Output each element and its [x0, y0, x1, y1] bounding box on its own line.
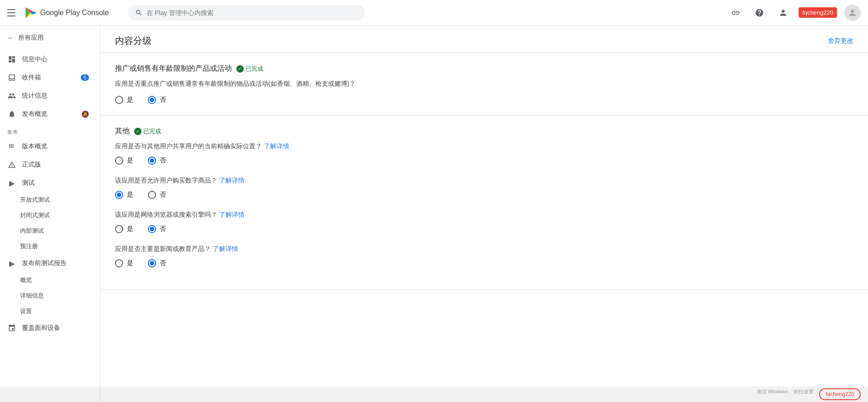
sidebar: ← 所有应用 信息中心 收件箱 5 统计信息 发布概览 [0, 26, 100, 402]
q1-radio-no[interactable]: 否 [148, 157, 166, 165]
help-icon[interactable] [751, 5, 768, 21]
question-text-2: 该应用是否允许用户购买数字商品？ 了解详情 [115, 176, 853, 185]
q2-radio-no[interactable]: 否 [148, 191, 166, 199]
sidebar-sub-item-closed-test[interactable]: 封闭式测试 [0, 208, 96, 223]
cover-icon [7, 324, 16, 333]
q3-radio-group: 是 否 [115, 225, 853, 233]
q1-radio-yes[interactable]: 是 [115, 157, 133, 165]
learn-more-link-2[interactable]: 了解详情 [219, 177, 245, 184]
search-input[interactable] [146, 9, 358, 16]
sidebar-item-cover[interactable]: 覆盖面和设备 [0, 319, 96, 337]
user-tag-button[interactable]: fqcheng220 [819, 388, 861, 400]
q4-radio-no[interactable]: 否 [148, 259, 166, 267]
hamburger-menu[interactable] [7, 7, 18, 18]
inbox-badge: 5 [81, 74, 89, 81]
section-age-restricted-header: 推广或销售有年龄限制的产品或活动 ✓ 已完成 [115, 64, 853, 73]
section1-radio-group: 是 否 [115, 96, 853, 104]
q2-radio-inner-yes [117, 193, 121, 197]
sidebar-back-label: 所有应用 [18, 34, 44, 42]
sidebar-sub-item-label: 开放式测试 [20, 196, 50, 204]
q2-radio-no-label: 否 [160, 191, 166, 199]
q4-radio-yes[interactable]: 是 [115, 259, 133, 267]
question-block-2: 该应用是否允许用户购买数字商品？ 了解详情 是 否 [115, 176, 853, 199]
search-bar[interactable] [128, 5, 365, 21]
learn-more-link-4[interactable]: 了解详情 [213, 245, 238, 252]
learn-more-link-1[interactable]: 了解详情 [264, 142, 289, 150]
question-block-3: 该应用是网络浏览器或搜索引擎吗？ 了解详情 是 否 [115, 210, 853, 233]
q2-radio-yes[interactable]: 是 [115, 191, 133, 199]
inbox-icon [7, 73, 16, 82]
section-other: 其他 ✓ 已完成 应用是否与其他用户共享用户的当前精确实际位置？ 了解详情 是 [100, 115, 868, 290]
q1-radio-no-label: 否 [160, 157, 166, 165]
link-icon[interactable] [727, 5, 744, 21]
question-block-4: 应用是否主要是新闻或教育产品？ 了解详情 是 否 [115, 244, 853, 267]
go-settings-text: 前往设置 [794, 388, 814, 400]
sidebar-item-pre-launch[interactable]: ▶ 发布前测试报告 [0, 254, 96, 272]
learn-more-link-3[interactable]: 了解详情 [219, 211, 245, 218]
q2-radio-outer-no [148, 191, 156, 199]
avatar[interactable] [844, 5, 861, 21]
sidebar-sub-item-details[interactable]: 详细信息 [0, 288, 96, 303]
sidebar-item-version-overview[interactable]: 版本概览 [0, 137, 96, 156]
sidebar-item-label: 覆盖面和设备 [22, 324, 60, 332]
sidebar-item-info-center[interactable]: 信息中心 [0, 50, 96, 68]
q4-radio-group: 是 否 [115, 259, 853, 267]
q3-radio-inner-no [150, 227, 154, 231]
sidebar-item-label: 发布概览 [22, 110, 47, 118]
q4-radio-yes-label: 是 [127, 259, 133, 267]
version-overview-icon [7, 142, 16, 151]
sidebar-sub-item-internal-test[interactable]: 内部测试 [0, 223, 96, 239]
sidebar-back-button[interactable]: ← 所有应用 [0, 29, 96, 47]
sidebar-sub-item-pre-register[interactable]: 预注册 [0, 239, 96, 254]
q3-radio-yes[interactable]: 是 [115, 225, 133, 233]
question-text-1: 应用是否与其他用户共享用户的当前精确实际位置？ 了解详情 [115, 141, 853, 151]
publish-overview-icon [7, 110, 16, 119]
q3-radio-no[interactable]: 否 [148, 225, 166, 233]
sidebar-sub-item-settings[interactable]: 设置 [0, 303, 96, 319]
q2-radio-yes-label: 是 [127, 191, 133, 199]
q4-radio-inner-no [150, 261, 154, 266]
sidebar-item-publish-overview[interactable]: 发布概览 🔕 [0, 105, 96, 123]
search-icon [135, 9, 143, 17]
radio-yes-label: 是 [127, 96, 133, 104]
section-other-title: 其他 [115, 126, 130, 136]
section-publish-label: 发布 [0, 123, 100, 137]
sidebar-sub-item-label: 内部测试 [20, 227, 44, 235]
radio-outer-yes [115, 96, 123, 104]
sidebar-item-stats[interactable]: 统计信息 [0, 87, 96, 105]
q3-radio-outer-no [148, 225, 156, 233]
section-other-header: 其他 ✓ 已完成 [115, 126, 853, 136]
info-center-icon [7, 55, 16, 64]
radio-no-label: 否 [160, 96, 166, 104]
sidebar-sub-item-open-test[interactable]: 开放式测试 [0, 192, 96, 208]
official-icon [7, 160, 16, 169]
status-check-icon: ✓ [236, 65, 244, 73]
sidebar-item-official[interactable]: 正式版 [0, 156, 96, 174]
watermark-text: 激活 Windows [757, 388, 789, 400]
username-tag[interactable]: fqcheng220 [799, 7, 837, 18]
test-expand-icon: ▶ [7, 178, 16, 188]
q2-radio-outer-yes [115, 191, 123, 199]
status-label: 已完成 [246, 65, 263, 73]
sidebar-sub-item-overview[interactable]: 概览 [0, 272, 96, 288]
section2-status-badge: ✓ 已完成 [134, 127, 161, 136]
sidebar-sub-item-label: 概览 [20, 276, 32, 284]
account-icon[interactable] [775, 5, 791, 21]
sidebar-sub-item-label: 详细信息 [20, 292, 44, 300]
section1-radio-yes[interactable]: 是 [115, 96, 133, 104]
logo-area: Google Play Console [24, 6, 109, 19]
section1-radio-no[interactable]: 否 [148, 96, 166, 104]
q3-radio-no-label: 否 [160, 225, 166, 233]
abandon-changes-button[interactable]: 舍弃更改 [828, 37, 853, 45]
watermark-bar: 激活 Windows 前往设置 fqcheng220 [0, 386, 868, 402]
sidebar-sub-item-label: 封闭式测试 [20, 211, 50, 219]
q1-radio-inner-no [150, 158, 154, 163]
header: Google Play Console fqcheng220 [0, 0, 868, 26]
sidebar-item-label: 正式版 [22, 161, 41, 169]
main-layout: ← 所有应用 信息中心 收件箱 5 统计信息 发布概览 [0, 26, 868, 402]
sidebar-item-inbox[interactable]: 收件箱 5 [0, 68, 96, 87]
sidebar-item-test[interactable]: ▶ 测试 [0, 174, 96, 192]
sidebar-item-label: 发布前测试报告 [22, 259, 67, 267]
q3-radio-outer-yes [115, 225, 123, 233]
content-area: 内容分级 舍弃更改 推广或销售有年龄限制的产品或活动 ✓ 已完成 应用是否重点推… [100, 26, 868, 402]
